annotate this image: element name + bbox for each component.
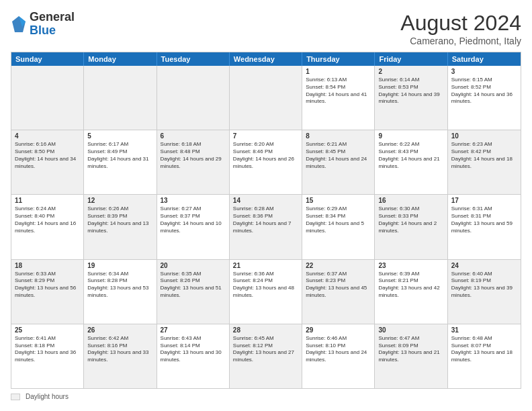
calendar-row-1: 4Sunrise: 6:16 AM Sunset: 8:50 PM Daylig…: [11, 130, 521, 195]
calendar-cell-5: 5Sunrise: 6:17 AM Sunset: 8:49 PM Daylig…: [84, 130, 157, 194]
header-day-thursday: Thursday: [302, 52, 375, 66]
day-number: 28: [233, 326, 298, 334]
calendar-cell-28: 28Sunrise: 6:45 AM Sunset: 8:12 PM Dayli…: [230, 324, 302, 388]
day-number: 8: [306, 132, 371, 140]
calendar-cell-8: 8Sunrise: 6:21 AM Sunset: 8:45 PM Daylig…: [302, 130, 375, 194]
cell-info: Sunrise: 6:24 AM Sunset: 8:40 PM Dayligh…: [15, 205, 80, 234]
day-number: 13: [161, 197, 226, 204]
calendar-cell-13: 13Sunrise: 6:27 AM Sunset: 8:37 PM Dayli…: [157, 195, 230, 259]
cell-info: Sunrise: 6:45 AM Sunset: 8:12 PM Dayligh…: [233, 335, 298, 364]
cell-info: Sunrise: 6:13 AM Sunset: 8:54 PM Dayligh…: [306, 77, 371, 105]
day-number: 1: [306, 68, 371, 75]
cell-info: Sunrise: 6:23 AM Sunset: 8:42 PM Dayligh…: [451, 141, 517, 170]
cell-info: Sunrise: 6:18 AM Sunset: 8:48 PM Dayligh…: [161, 141, 226, 170]
cell-info: Sunrise: 6:43 AM Sunset: 8:14 PM Dayligh…: [161, 335, 226, 364]
cell-info: Sunrise: 6:29 AM Sunset: 8:34 PM Dayligh…: [306, 205, 371, 234]
cell-info: Sunrise: 6:27 AM Sunset: 8:37 PM Dayligh…: [161, 205, 226, 234]
cell-info: Sunrise: 6:31 AM Sunset: 8:31 PM Dayligh…: [451, 205, 517, 234]
cell-info: Sunrise: 6:48 AM Sunset: 8:07 PM Dayligh…: [451, 335, 517, 364]
header-day-wednesday: Wednesday: [230, 52, 302, 66]
cell-info: Sunrise: 6:15 AM Sunset: 8:52 PM Dayligh…: [451, 77, 517, 105]
header-day-sunday: Sunday: [11, 52, 84, 66]
header-day-monday: Monday: [84, 52, 157, 66]
calendar-cell-1: 1Sunrise: 6:13 AM Sunset: 8:54 PM Daylig…: [302, 66, 375, 130]
cell-info: Sunrise: 6:21 AM Sunset: 8:45 PM Dayligh…: [306, 141, 371, 170]
cell-info: Sunrise: 6:46 AM Sunset: 8:10 PM Dayligh…: [306, 335, 371, 364]
calendar-cell-11: 11Sunrise: 6:24 AM Sunset: 8:40 PM Dayli…: [11, 195, 84, 259]
header: General Blue August 2024 Camerano, Piedm…: [11, 11, 521, 46]
day-number: 5: [87, 132, 152, 140]
calendar-cell-12: 12Sunrise: 6:26 AM Sunset: 8:39 PM Dayli…: [84, 195, 157, 259]
calendar-cell-9: 9Sunrise: 6:22 AM Sunset: 8:43 PM Daylig…: [375, 130, 447, 194]
day-number: 24: [451, 262, 517, 269]
day-number: 14: [233, 197, 298, 204]
day-number: 23: [378, 262, 443, 269]
cell-info: Sunrise: 6:47 AM Sunset: 8:09 PM Dayligh…: [378, 335, 443, 364]
day-number: 10: [451, 132, 517, 140]
logo: General Blue: [11, 11, 75, 38]
legend-label: Daylight hours: [26, 393, 69, 400]
calendar-cell-7: 7Sunrise: 6:20 AM Sunset: 8:46 PM Daylig…: [230, 130, 302, 194]
calendar: SundayMondayTuesdayWednesdayThursdayFrid…: [11, 52, 521, 389]
cell-info: Sunrise: 6:36 AM Sunset: 8:24 PM Dayligh…: [233, 271, 298, 300]
cell-info: Sunrise: 6:30 AM Sunset: 8:33 PM Dayligh…: [378, 205, 443, 234]
calendar-cell-empty-0-2: [157, 66, 230, 130]
calendar-cell-25: 25Sunrise: 6:41 AM Sunset: 8:18 PM Dayli…: [11, 324, 84, 388]
cell-info: Sunrise: 6:35 AM Sunset: 8:26 PM Dayligh…: [161, 271, 226, 300]
calendar-cell-21: 21Sunrise: 6:36 AM Sunset: 8:24 PM Dayli…: [230, 260, 302, 324]
calendar-header: SundayMondayTuesdayWednesdayThursdayFrid…: [11, 52, 521, 66]
day-number: 26: [87, 326, 152, 334]
calendar-cell-16: 16Sunrise: 6:30 AM Sunset: 8:33 PM Dayli…: [375, 195, 447, 259]
day-number: 29: [306, 326, 371, 334]
header-day-tuesday: Tuesday: [157, 52, 230, 66]
calendar-cell-23: 23Sunrise: 6:39 AM Sunset: 8:21 PM Dayli…: [375, 260, 447, 324]
cell-info: Sunrise: 6:26 AM Sunset: 8:39 PM Dayligh…: [87, 205, 152, 234]
day-number: 9: [378, 132, 443, 140]
calendar-body: 1Sunrise: 6:13 AM Sunset: 8:54 PM Daylig…: [11, 66, 521, 388]
page: General Blue August 2024 Camerano, Piedm…: [0, 0, 532, 411]
day-number: 27: [161, 326, 226, 334]
calendar-cell-18: 18Sunrise: 6:33 AM Sunset: 8:29 PM Dayli…: [11, 260, 84, 324]
calendar-cell-22: 22Sunrise: 6:37 AM Sunset: 8:23 PM Dayli…: [302, 260, 375, 324]
day-number: 31: [451, 326, 517, 334]
calendar-cell-30: 30Sunrise: 6:47 AM Sunset: 8:09 PM Dayli…: [375, 324, 447, 388]
cell-info: Sunrise: 6:16 AM Sunset: 8:50 PM Dayligh…: [15, 141, 80, 170]
calendar-cell-31: 31Sunrise: 6:48 AM Sunset: 8:07 PM Dayli…: [448, 324, 521, 388]
day-number: 22: [306, 262, 371, 269]
cell-info: Sunrise: 6:40 AM Sunset: 8:19 PM Dayligh…: [451, 271, 517, 300]
calendar-cell-4: 4Sunrise: 6:16 AM Sunset: 8:50 PM Daylig…: [11, 130, 84, 194]
day-number: 3: [451, 68, 517, 75]
calendar-cell-17: 17Sunrise: 6:31 AM Sunset: 8:31 PM Dayli…: [448, 195, 521, 259]
calendar-cell-10: 10Sunrise: 6:23 AM Sunset: 8:42 PM Dayli…: [448, 130, 521, 194]
day-number: 2: [378, 68, 443, 75]
calendar-cell-26: 26Sunrise: 6:42 AM Sunset: 8:16 PM Dayli…: [84, 324, 157, 388]
day-number: 18: [15, 262, 80, 269]
day-number: 30: [378, 326, 443, 334]
day-number: 21: [233, 262, 298, 269]
calendar-cell-empty-0-3: [230, 66, 302, 130]
title-block: August 2024 Camerano, Piedmont, Italy: [400, 11, 521, 46]
calendar-cell-14: 14Sunrise: 6:28 AM Sunset: 8:36 PM Dayli…: [230, 195, 302, 259]
day-number: 4: [15, 132, 80, 140]
calendar-cell-19: 19Sunrise: 6:34 AM Sunset: 8:28 PM Dayli…: [84, 260, 157, 324]
header-day-friday: Friday: [375, 52, 447, 66]
day-number: 15: [306, 197, 371, 204]
legend-box: [11, 394, 20, 400]
calendar-row-3: 18Sunrise: 6:33 AM Sunset: 8:29 PM Dayli…: [11, 260, 521, 324]
calendar-cell-15: 15Sunrise: 6:29 AM Sunset: 8:34 PM Dayli…: [302, 195, 375, 259]
calendar-row-2: 11Sunrise: 6:24 AM Sunset: 8:40 PM Dayli…: [11, 195, 521, 259]
calendar-cell-3: 3Sunrise: 6:15 AM Sunset: 8:52 PM Daylig…: [448, 66, 521, 130]
calendar-cell-empty-0-1: [84, 66, 157, 130]
footer: Daylight hours: [11, 393, 521, 400]
calendar-cell-27: 27Sunrise: 6:43 AM Sunset: 8:14 PM Dayli…: [157, 324, 230, 388]
calendar-cell-24: 24Sunrise: 6:40 AM Sunset: 8:19 PM Dayli…: [448, 260, 521, 324]
cell-info: Sunrise: 6:14 AM Sunset: 8:53 PM Dayligh…: [378, 77, 443, 105]
cell-info: Sunrise: 6:33 AM Sunset: 8:29 PM Dayligh…: [15, 271, 80, 300]
calendar-cell-empty-0-0: [11, 66, 84, 130]
calendar-cell-29: 29Sunrise: 6:46 AM Sunset: 8:10 PM Dayli…: [302, 324, 375, 388]
location: Camerano, Piedmont, Italy: [400, 36, 521, 46]
cell-info: Sunrise: 6:42 AM Sunset: 8:16 PM Dayligh…: [87, 335, 152, 364]
logo-text: General Blue: [30, 11, 75, 38]
day-number: 12: [87, 197, 152, 204]
day-number: 19: [87, 262, 152, 269]
